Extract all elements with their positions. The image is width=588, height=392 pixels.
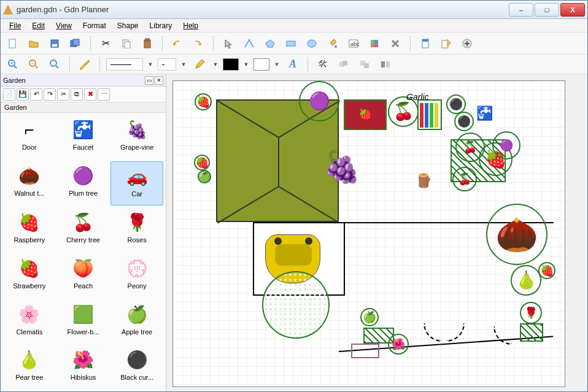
save-all-button[interactable] xyxy=(67,35,84,52)
library-item-roses[interactable]: 🌹Roses xyxy=(110,208,163,252)
plum-plant[interactable]: 🟣 xyxy=(299,81,339,121)
panel-save-button[interactable]: 💾 xyxy=(17,88,29,101)
library-item-hibiscus[interactable]: 🌺Hibiskus xyxy=(57,345,110,389)
zoom-fit-button[interactable] xyxy=(46,56,63,73)
faucet-shape[interactable]: 🚰 xyxy=(476,106,493,121)
panel-new-button[interactable]: 📄 xyxy=(3,88,15,101)
undo-button[interactable] xyxy=(169,35,186,52)
canvas[interactable]: 🍓 🟣 🍓 🍒 Garlic ⚫ ⚫ 🚰 🍇 🍒 🍓 🟣 🍒 xyxy=(172,80,565,387)
zoom-out-button[interactable] xyxy=(25,56,42,73)
add-button[interactable] xyxy=(458,35,476,52)
fill-color-swatch[interactable] xyxy=(223,58,239,71)
tools-button[interactable]: 🛠 xyxy=(314,56,331,73)
panel-copy-button[interactable]: ⧉ xyxy=(71,88,83,101)
menu-edit[interactable]: Edit xyxy=(27,20,50,31)
peony-bed[interactable] xyxy=(351,344,379,358)
library-item-pear[interactable]: 🍐Pear tree xyxy=(3,345,56,389)
apple-plant[interactable]: 🍏 xyxy=(360,308,379,326)
library-item-car[interactable]: 🚗Car xyxy=(110,161,163,206)
puzzle-tool[interactable] xyxy=(366,35,383,52)
door-shape[interactable] xyxy=(424,323,442,342)
plum-plant[interactable]: 🟣 xyxy=(492,131,520,159)
library-item-flowerbed[interactable]: 🟩Flower-b... xyxy=(57,300,110,344)
delete-button[interactable] xyxy=(387,35,404,52)
menu-library[interactable]: Library xyxy=(145,20,177,31)
pointer-tool[interactable] xyxy=(220,35,237,52)
library-item-raspberry[interactable]: 🍓Raspberry xyxy=(3,208,56,252)
library-item-walnut[interactable]: 🌰Walnut t... xyxy=(3,161,56,206)
grape-plant[interactable]: 🍇 xyxy=(311,136,373,198)
pencil-dropdown[interactable]: ▼ xyxy=(212,61,219,67)
line-style-dropdown[interactable]: ▼ xyxy=(147,61,154,67)
library-item-apple[interactable]: 🍏Apple tree xyxy=(110,300,163,344)
door-shape[interactable] xyxy=(493,326,512,345)
menu-file[interactable]: File xyxy=(4,20,26,31)
fill-color-dropdown[interactable]: ▼ xyxy=(242,61,250,67)
library-item-plum[interactable]: 🟣Plum tree xyxy=(57,161,110,206)
apple-plant[interactable]: 🍏 xyxy=(198,170,211,183)
strawberry-bed[interactable]: 🍓 xyxy=(344,99,387,130)
minimize-button[interactable]: – xyxy=(509,3,533,17)
ellipse-tool[interactable] xyxy=(303,35,320,52)
garlic-label[interactable]: Garlic xyxy=(406,92,429,102)
fill-tool[interactable] xyxy=(324,35,341,52)
text-tool[interactable]: abc xyxy=(345,35,362,52)
library-manager-button[interactable] xyxy=(417,35,434,52)
tree-circle[interactable] xyxy=(262,271,330,339)
copy-button[interactable] xyxy=(118,35,135,52)
close-button[interactable]: X xyxy=(560,3,585,17)
line-style-picker[interactable] xyxy=(106,58,143,71)
roses-plant[interactable]: 🌹 xyxy=(520,302,542,324)
panel-close-button[interactable]: ✕ xyxy=(155,76,163,85)
new-button[interactable] xyxy=(4,35,21,52)
line-weight-dropdown[interactable]: ▼ xyxy=(180,61,187,67)
panel-props-button[interactable]: ⋯ xyxy=(98,88,110,101)
canvas-scroll[interactable]: 🍓 🟣 🍓 🍒 Garlic ⚫ ⚫ 🚰 🍇 🍒 🍓 🟣 🍒 xyxy=(166,74,587,391)
library-item-grape[interactable]: 🍇Grape-vine xyxy=(110,115,163,159)
menu-help[interactable]: Help xyxy=(178,20,203,31)
garlic-bed[interactable] xyxy=(417,99,442,130)
blackcurrant-plant[interactable]: ⚫ xyxy=(454,112,474,131)
line-tool[interactable] xyxy=(241,35,258,52)
ruler-button[interactable] xyxy=(76,56,93,73)
paste-button[interactable] xyxy=(139,35,156,52)
cherry-plant[interactable]: 🍒 xyxy=(452,167,477,191)
cut-button[interactable]: ✂ xyxy=(97,35,114,52)
library-item-blackcurrant[interactable]: ⚫Black cur... xyxy=(110,345,163,389)
rectangle-tool[interactable] xyxy=(282,35,300,52)
stump-shape[interactable]: 🪵 xyxy=(416,173,432,189)
walnut-plant[interactable]: 🌰 xyxy=(486,204,547,265)
menu-format[interactable]: Format xyxy=(78,20,111,31)
pencil-tool[interactable] xyxy=(191,56,208,73)
library-item-faucet[interactable]: 🚰Faucet xyxy=(57,115,110,159)
pear-plant[interactable]: 🍐 xyxy=(511,265,541,296)
bg-color-dropdown[interactable]: ▼ xyxy=(273,61,280,67)
zoom-in-button[interactable] xyxy=(4,56,21,73)
door-shape[interactable] xyxy=(446,323,465,342)
library-item-door[interactable]: ⌐Door xyxy=(3,115,56,159)
library-item-clematis[interactable]: 🌸Clematis xyxy=(3,300,56,344)
font-button[interactable]: A xyxy=(284,56,301,73)
maximize-button[interactable]: □ xyxy=(535,3,559,17)
strawberry-plant[interactable]: 🍓 xyxy=(538,262,555,279)
group-button[interactable] xyxy=(335,56,352,73)
line-weight-picker[interactable] xyxy=(158,58,176,71)
library-item-peony[interactable]: 💮Peony xyxy=(110,254,163,298)
bg-color-swatch[interactable] xyxy=(253,58,269,71)
panel-delete-button[interactable]: ✖ xyxy=(84,88,96,101)
panel-float-button[interactable]: ▭ xyxy=(145,76,153,85)
panel-redo-button[interactable]: ↷ xyxy=(44,88,56,101)
raspberry-plant[interactable]: 🍓 xyxy=(194,155,210,171)
library-item-peach[interactable]: 🍑Peach xyxy=(57,254,110,298)
menu-shape[interactable]: Shape xyxy=(112,20,144,31)
redo-button[interactable] xyxy=(190,35,207,52)
edit-library-button[interactable] xyxy=(438,35,455,52)
menu-view[interactable]: View xyxy=(51,20,77,31)
strawberry-plant[interactable]: 🍓 xyxy=(195,93,212,110)
flowerbed[interactable] xyxy=(520,323,543,342)
library-item-strawberry[interactable]: 🍓Strawberry xyxy=(3,254,56,298)
panel-cut-button[interactable]: ✂ xyxy=(57,88,69,101)
save-button[interactable] xyxy=(46,35,63,52)
ungroup-button[interactable] xyxy=(356,56,373,73)
hibiscus-plant[interactable]: 🌺 xyxy=(388,334,409,355)
